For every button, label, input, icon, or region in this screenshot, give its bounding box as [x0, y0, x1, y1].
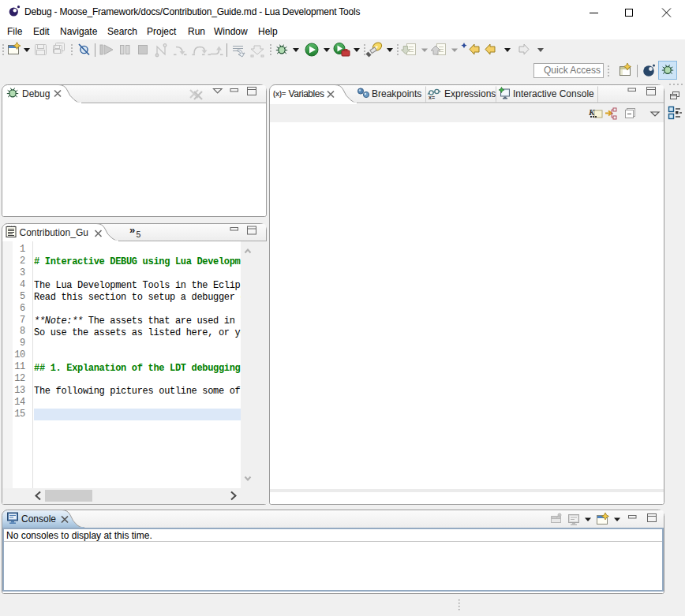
svg-text:Breakpoints: Breakpoints: [372, 88, 421, 99]
svg-text:Console: Console: [21, 513, 56, 525]
svg-text:K: K: [588, 107, 595, 117]
svg-text:5: 5: [137, 230, 141, 239]
svg-text:Debug: Debug: [22, 88, 50, 99]
svg-text:Interactive Console: Interactive Console: [513, 88, 594, 99]
svg-text:Variables: Variables: [289, 88, 325, 99]
svg-text:Expressions: Expressions: [444, 88, 496, 99]
svg-text:»: »: [129, 224, 135, 236]
svg-text:Contribution_Gu: Contribution_Gu: [20, 227, 88, 238]
svg-text:(x)=: (x)=: [273, 90, 286, 98]
svg-text:x=: x=: [429, 95, 435, 100]
